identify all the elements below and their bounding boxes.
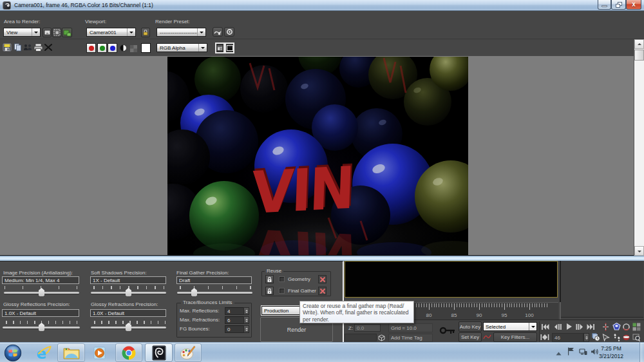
production-mode-dropdown[interactable]: Production [261,306,303,315]
channel-display-dropdown[interactable]: RGB Alpha [156,43,207,52]
start-button[interactable] [3,343,23,362]
key-filters-button[interactable]: Key Filters... [493,332,537,342]
scroll-up-icon[interactable] [634,39,644,49]
green-channel-button[interactable] [97,43,107,53]
save-icon [3,43,12,52]
final-gather-clear-button[interactable] [318,287,327,295]
trace-bounces-title: Trace/Bounces Limits [181,300,234,305]
maximize-viewport-button[interactable] [631,322,641,332]
time-configuration-button[interactable] [591,332,601,342]
show-desktop-button[interactable] [639,343,644,362]
next-frame-button[interactable] [574,322,584,331]
fg-bounces-field[interactable]: 0 [225,325,244,333]
isolate-cube-icon[interactable] [377,334,386,342]
key-mode-toggle-button[interactable] [540,333,550,341]
blue-channel-button[interactable] [108,43,117,53]
taskbar-clock[interactable]: 7:25 PM 3/21/2012 [589,345,634,360]
zoom-extents-all-button[interactable] [611,322,621,332]
zoom-extents-selected-button[interactable] [600,322,611,332]
render-preset-dropdown[interactable]: --------------------- [156,28,206,37]
final-gather-reuse-label: Final Gather [288,288,316,294]
geometry-lock-button[interactable] [265,275,274,283]
blue-channel-icon [110,46,115,51]
taskbar-chrome-button[interactable] [115,343,142,362]
edit-region-button[interactable] [43,28,52,37]
glossy-reflections-field[interactable]: 1.0X - Default [2,309,79,317]
camera-viewport[interactable] [345,261,558,298]
clear-x-icon [44,43,53,52]
set-key-mode-button[interactable] [437,323,458,338]
title-bar[interactable]: Camera001, frame 46, RGBA Color 16 Bits/… [0,0,644,11]
max-refractions-spinner[interactable] [243,316,249,324]
region-selected-button[interactable] [62,28,72,37]
monochrome-button[interactable] [118,43,128,53]
geometry-clear-button[interactable] [318,275,327,283]
red-channel-button[interactable] [86,43,96,53]
max-reflections-field[interactable]: 4 [225,307,244,315]
side-viewport[interactable] [560,261,643,318]
tray-expand-icon[interactable] [556,347,562,358]
area-to-render-dropdown[interactable]: View [3,28,41,37]
frame-spinner[interactable] [583,333,589,342]
image-precision-field[interactable]: Medium: Min 1/4, Max 4 [2,276,79,284]
selection-set-dropdown[interactable]: Selected [483,322,537,331]
taskbar-paint-button[interactable] [175,343,202,362]
clear-image-button[interactable] [43,42,53,53]
zoom-region-button[interactable] [631,332,641,342]
selection-arrow-button[interactable] [601,332,611,342]
dropdown-arrow-icon [32,28,40,36]
taskbar-wmp-button[interactable] [88,343,112,362]
scrollbar-thumb[interactable] [634,50,644,61]
load-preset-button[interactable] [213,27,223,37]
background-color-swatch[interactable] [141,43,151,53]
add-time-tag-field[interactable]: Add Time Tag [388,334,433,342]
clone-window-button[interactable] [23,42,33,53]
taskbar-explorer-button[interactable] [57,343,85,362]
soft-shadows-field[interactable]: 1X - Default [90,276,166,284]
go-to-start-button[interactable] [540,322,550,331]
auto-region-button[interactable] [52,28,61,37]
toggle-ui-overlays-button[interactable] [225,43,234,53]
geometry-checkbox[interactable] [279,276,285,282]
final-gather-lock-button[interactable] [265,287,274,295]
max-reflections-spinner[interactable] [243,307,249,315]
toggle-ui-button[interactable] [215,43,225,53]
glossy-refractions-field[interactable]: 1.0X - Default [90,309,166,317]
orbit-button[interactable] [621,322,631,332]
final-gather-field[interactable]: Draft [176,276,252,284]
print-image-button[interactable] [33,42,43,53]
image-display-area[interactable]: VIN VIN VIN [0,56,644,256]
final-gather-checkbox[interactable] [279,288,285,294]
taskbar-3dsmax-button[interactable] [145,343,173,362]
ruler-label-80: 80 [426,312,432,318]
auto-key-button[interactable]: Auto Key [459,321,482,332]
field-of-view-button[interactable] [621,332,631,342]
go-to-end-button[interactable] [586,322,596,331]
alpha-channel-button[interactable] [128,43,138,54]
play-button[interactable] [564,322,574,331]
save-preset-button[interactable] [224,27,234,37]
scroll-down-icon[interactable] [634,246,644,256]
network-icon[interactable] [579,347,587,358]
max-refractions-field[interactable]: 6 [225,316,244,324]
vertical-scrollbar[interactable] [634,39,644,256]
current-frame-field[interactable]: 46 [552,333,583,342]
walkthrough-button[interactable] [611,332,621,342]
set-key-button[interactable]: Set Key [459,332,482,342]
final-gather-slider[interactable] [177,292,252,294]
windows-start-icon [5,344,22,361]
viewport-dropdown[interactable]: Camera001 [86,28,136,37]
close-button[interactable]: x [626,0,641,10]
fg-bounces-spinner[interactable] [243,325,249,333]
action-center-icon[interactable] [567,347,574,358]
svg-text:VIN: VIN [252,218,355,255]
z-coordinate-field[interactable]: 0.0 [354,324,381,332]
copy-image-button[interactable] [12,42,23,53]
taskbar-ie-button[interactable]: e [31,343,55,362]
restore-button[interactable] [611,0,626,10]
minimize-button[interactable] [598,0,611,10]
previous-frame-button[interactable] [553,322,562,331]
new-keyframe-curve-button[interactable] [482,332,492,341]
save-image-button[interactable] [2,42,12,53]
viewport-lock-button[interactable] [141,28,150,37]
